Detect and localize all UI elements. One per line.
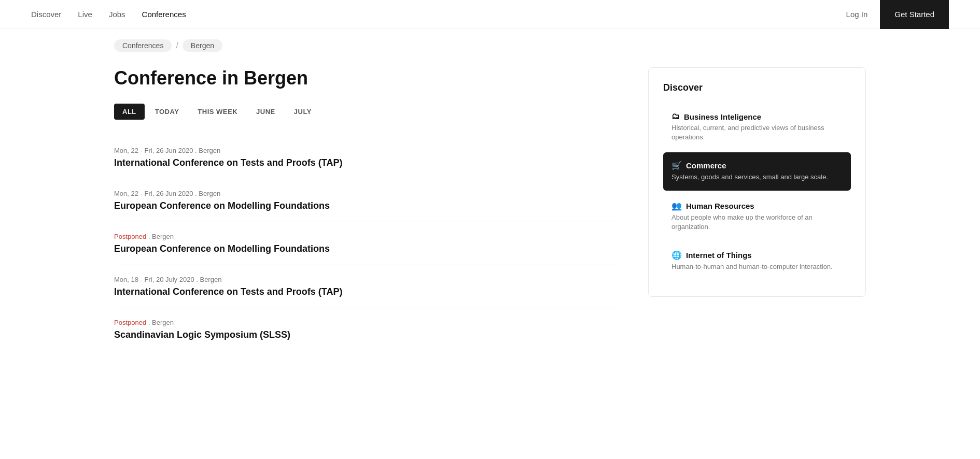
conference-meta: Postponed . Bergen (114, 319, 617, 326)
right-column: Discover 🗂 Business Inteligence Historic… (648, 67, 866, 351)
discover-item-title: 🌐 Internet of Things (671, 250, 843, 260)
conference-item: Postponed . Bergen Scandinavian Logic Sy… (114, 308, 617, 351)
discover-item-desc: About people who make up the workforce o… (671, 213, 843, 232)
commerce-icon: 🛒 (671, 161, 682, 170)
breadcrumb-conferences[interactable]: Conferences (114, 39, 172, 52)
discover-card: Discover 🗂 Business Inteligence Historic… (648, 67, 866, 297)
main-container: Conference in Bergen ALL TODAY THIS WEEK… (0, 62, 980, 351)
filter-tabs: ALL TODAY THIS WEEK JUNE JULY (114, 104, 617, 120)
human-resources-icon: 👥 (671, 201, 682, 211)
navigation: Discover Live Jobs Conferences Log In Ge… (0, 0, 980, 29)
conference-meta: Mon, 18 - Fri, 20 July 2020 . Bergen (114, 276, 617, 283)
nav-right: Log In Get Started (834, 0, 949, 29)
conference-item: Postponed . Bergen European Conference o… (114, 222, 617, 265)
conference-title[interactable]: European Conference on Modelling Foundat… (114, 243, 617, 254)
discover-item-desc: Systems, goods and services, small and l… (671, 173, 843, 182)
nav-live[interactable]: Live (78, 10, 92, 19)
discover-item-desc: Human-to-human and human-to-computer int… (671, 262, 843, 271)
discover-item-commerce[interactable]: 🛒 Commerce Systems, goods and services, … (663, 152, 851, 190)
postponed-badge: Postponed (114, 233, 146, 240)
filter-tab-june[interactable]: JUNE (248, 104, 284, 120)
conference-title[interactable]: European Conference on Modelling Foundat… (114, 200, 617, 211)
conference-title[interactable]: Scandinavian Logic Symposium (SLSS) (114, 329, 617, 340)
filter-tab-this-week[interactable]: THIS WEEK (189, 104, 246, 120)
postponed-badge: Postponed (114, 319, 146, 326)
conference-title[interactable]: International Conference on Tests and Pr… (114, 286, 617, 297)
filter-tab-today[interactable]: TODAY (147, 104, 188, 120)
get-started-button[interactable]: Get Started (880, 0, 949, 29)
conference-location: . Bergen (148, 233, 174, 240)
iot-icon: 🌐 (671, 250, 682, 260)
discover-item-desc: Historical, current, and predictive view… (671, 123, 843, 142)
conference-item: Mon, 22 - Fri, 26 Jun 2020 . Bergen Inte… (114, 136, 617, 179)
discover-item-hr[interactable]: 👥 Human Resources About people who make … (663, 193, 851, 240)
discover-item-title: 🛒 Commerce (671, 161, 843, 170)
nav-jobs[interactable]: Jobs (109, 10, 125, 19)
nav-discover[interactable]: Discover (31, 10, 61, 19)
page-title: Conference in Bergen (114, 67, 617, 89)
conference-meta: Mon, 22 - Fri, 26 Jun 2020 . Bergen (114, 147, 617, 154)
breadcrumb-bergen[interactable]: Bergen (183, 39, 222, 52)
business-intelligence-icon: 🗂 (671, 112, 680, 121)
left-column: Conference in Bergen ALL TODAY THIS WEEK… (114, 62, 617, 351)
discover-item-iot[interactable]: 🌐 Internet of Things Human-to-human and … (663, 242, 851, 280)
conference-location: . Bergen (148, 319, 174, 326)
login-button[interactable]: Log In (834, 10, 880, 19)
filter-tab-all[interactable]: ALL (114, 104, 145, 120)
conference-meta: Postponed . Bergen (114, 233, 617, 240)
breadcrumb: Conferences / Bergen (0, 29, 980, 62)
discover-item-title: 🗂 Business Inteligence (671, 112, 843, 121)
discover-item-title: 👥 Human Resources (671, 201, 843, 211)
nav-conferences[interactable]: Conferences (142, 10, 186, 19)
breadcrumb-separator: / (176, 41, 178, 50)
conference-meta: Mon, 22 - Fri, 26 Jun 2020 . Bergen (114, 190, 617, 197)
conference-item: Mon, 22 - Fri, 26 Jun 2020 . Bergen Euro… (114, 179, 617, 222)
conference-list: Mon, 22 - Fri, 26 Jun 2020 . Bergen Inte… (114, 136, 617, 351)
conference-item: Mon, 18 - Fri, 20 July 2020 . Bergen Int… (114, 265, 617, 308)
filter-tab-july[interactable]: JULY (286, 104, 320, 120)
discover-item-business[interactable]: 🗂 Business Inteligence Historical, curre… (663, 104, 851, 150)
conference-title[interactable]: International Conference on Tests and Pr… (114, 157, 617, 168)
discover-heading: Discover (663, 82, 851, 93)
nav-left: Discover Live Jobs Conferences (31, 10, 186, 19)
